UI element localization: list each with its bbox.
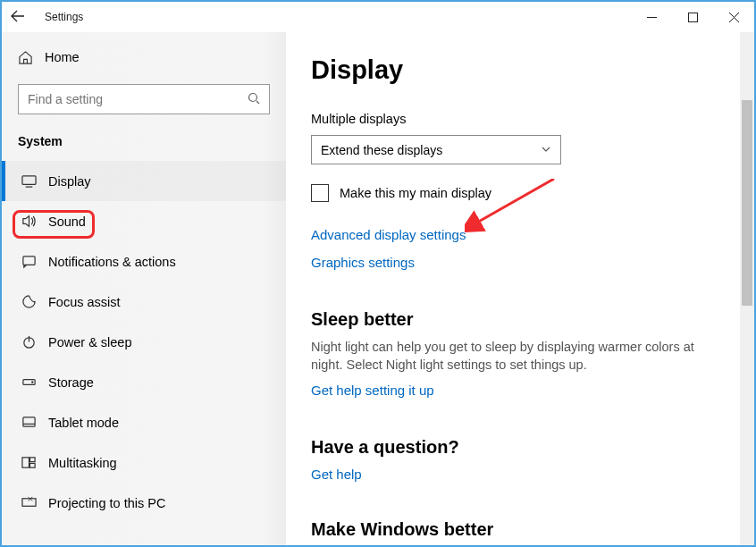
multitasking-icon xyxy=(21,455,48,470)
home-link[interactable]: Home xyxy=(2,39,286,75)
tablet-icon xyxy=(21,415,48,430)
svg-rect-9 xyxy=(29,458,35,462)
sidebar-item-power-sleep[interactable]: Power & sleep xyxy=(2,322,286,362)
home-label: Home xyxy=(45,50,80,64)
dropdown-value: Extend these displays xyxy=(321,143,442,157)
sidebar-item-notifications[interactable]: Notifications & actions xyxy=(2,241,286,282)
chevron-down-icon xyxy=(541,144,551,156)
sound-icon xyxy=(21,214,48,229)
notifications-icon xyxy=(21,254,48,269)
svg-rect-11 xyxy=(22,499,36,507)
titlebar: Settings xyxy=(2,2,754,32)
svg-rect-3 xyxy=(23,257,35,265)
get-help-link[interactable]: Get help xyxy=(311,467,362,482)
multiple-displays-dropdown[interactable]: Extend these displays xyxy=(311,135,561,164)
sidebar-item-storage[interactable]: Storage xyxy=(2,362,286,402)
minimize-button[interactable] xyxy=(631,3,672,31)
window-title: Settings xyxy=(45,11,83,23)
group-header: System xyxy=(2,127,286,161)
checkbox-label: Make this my main display xyxy=(340,186,491,200)
sidebar-item-label: Storage xyxy=(48,375,94,390)
svg-rect-2 xyxy=(22,176,36,184)
graphics-settings-link[interactable]: Graphics settings xyxy=(311,255,415,270)
storage-icon xyxy=(21,374,48,390)
power-icon xyxy=(21,334,48,349)
svg-rect-7 xyxy=(23,417,35,426)
close-button[interactable] xyxy=(713,3,754,31)
sidebar-item-multitasking[interactable]: Multitasking xyxy=(2,442,286,483)
main-display-checkbox-row[interactable]: Make this my main display xyxy=(311,184,735,202)
svg-rect-0 xyxy=(688,13,697,21)
scrollbar[interactable] xyxy=(740,32,754,545)
have-a-question-section: Have a question? Get help xyxy=(311,437,735,494)
projecting-icon xyxy=(21,495,48,510)
sidebar-item-display[interactable]: Display xyxy=(2,161,286,201)
advanced-display-settings-link[interactable]: Advanced display settings xyxy=(311,227,466,242)
make-better-title: Make Windows better xyxy=(311,519,735,540)
sleep-help-link[interactable]: Get help setting it up xyxy=(311,383,434,398)
search-input[interactable] xyxy=(28,92,248,106)
sidebar-item-label: Power & sleep xyxy=(48,335,132,349)
display-icon xyxy=(21,173,48,189)
home-icon xyxy=(18,50,45,65)
sidebar-item-label: Focus assist xyxy=(48,295,121,309)
sidebar-item-tablet-mode[interactable]: Tablet mode xyxy=(2,402,286,442)
svg-point-1 xyxy=(249,93,257,101)
sidebar-item-projecting[interactable]: Projecting to this PC xyxy=(2,483,286,523)
checkbox-icon[interactable] xyxy=(311,184,329,202)
make-windows-better-section: Make Windows better xyxy=(311,519,735,540)
sidebar: Home System Display Sound Notifications … xyxy=(2,32,286,545)
sidebar-item-sound[interactable]: Sound xyxy=(2,201,286,241)
back-button[interactable] xyxy=(11,9,30,26)
sidebar-item-label: Notifications & actions xyxy=(48,255,176,269)
sleep-better-section: Sleep better Night light can help you ge… xyxy=(311,309,735,410)
main-content: Display Multiple displays Extend these d… xyxy=(286,32,754,545)
sidebar-item-label: Multitasking xyxy=(48,456,117,470)
maximize-button[interactable] xyxy=(672,3,713,31)
sidebar-item-focus-assist[interactable]: Focus assist xyxy=(2,282,286,322)
question-title: Have a question? xyxy=(311,437,735,458)
sidebar-item-label: Sound xyxy=(48,215,86,229)
svg-rect-10 xyxy=(29,463,35,467)
sidebar-item-label: Projecting to this PC xyxy=(48,496,165,510)
sleep-better-title: Sleep better xyxy=(311,309,735,330)
search-box[interactable] xyxy=(18,84,270,114)
sidebar-item-label: Tablet mode xyxy=(48,416,119,430)
search-icon xyxy=(248,92,260,107)
focus-assist-icon xyxy=(21,294,48,309)
sidebar-item-label: Display xyxy=(48,174,91,189)
svg-rect-8 xyxy=(22,458,29,467)
multiple-displays-label: Multiple displays xyxy=(311,112,735,126)
sleep-better-body: Night light can help you get to sleep by… xyxy=(311,339,722,374)
page-title: Display xyxy=(311,55,735,85)
scrollbar-thumb[interactable] xyxy=(742,100,752,306)
svg-point-6 xyxy=(32,382,33,383)
